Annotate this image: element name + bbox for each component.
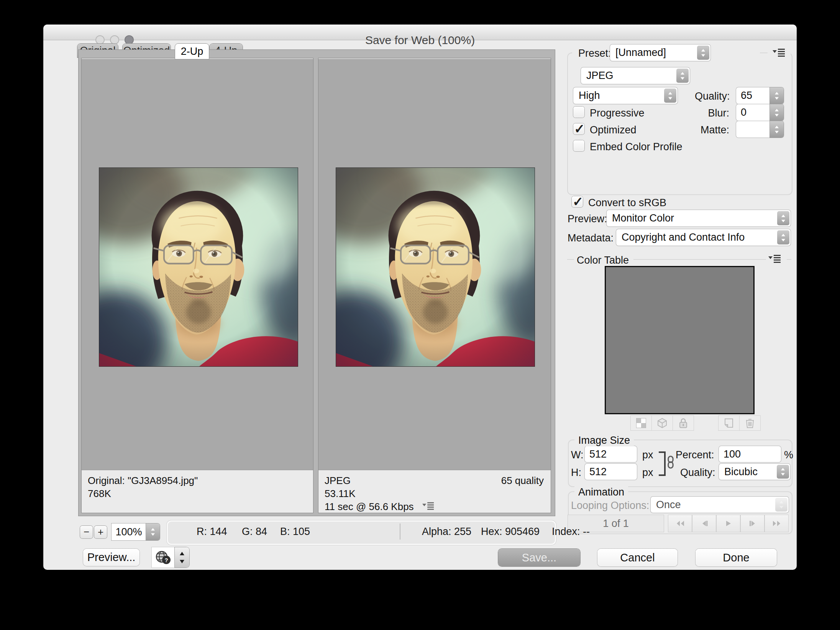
original-canvas[interactable] [82, 58, 313, 470]
convert-srgb-checkbox[interactable] [572, 196, 583, 207]
metadata-menu-popup[interactable]: Copyright and Contact Info [616, 229, 791, 246]
play-button[interactable] [717, 515, 740, 532]
zoom-out-button[interactable]: − [80, 526, 93, 538]
format-value: JPEG [586, 70, 614, 82]
portrait-photo [336, 168, 535, 366]
looping-options-label: Looping Options: [571, 500, 649, 512]
save-button-label: Save... [522, 551, 556, 564]
optimized-download-time: 11 sec @ 56.6 Kbps [325, 500, 551, 514]
transparency-checkerboard-icon [636, 418, 646, 428]
link-chain-icon [666, 455, 675, 469]
down-arrow-icon [179, 559, 185, 563]
play-icon [724, 520, 733, 527]
preview-area: Original: "GJ3A8954.jpg" 768K JPEG 53.11… [79, 50, 555, 516]
optimized-label: Optimized [590, 124, 637, 136]
readout-blue: B: 105 [280, 526, 310, 538]
title-bar[interactable]: Save for Web (100%) [43, 25, 797, 40]
previous-frame-button[interactable] [692, 515, 716, 532]
last-frame-icon [772, 520, 782, 527]
next-frame-icon [748, 520, 757, 527]
color-table-menu-button[interactable] [768, 254, 785, 264]
optimized-image[interactable] [336, 168, 535, 366]
color-table-line [787, 259, 791, 260]
compression-quality-popup[interactable]: High [573, 87, 678, 104]
optimized-canvas[interactable] [318, 58, 551, 470]
embed-color-profile-checkbox[interactable] [573, 140, 584, 151]
readout-divider [400, 523, 400, 540]
metadata-menu-label: Metadata: [568, 232, 614, 244]
link-bracket [659, 451, 666, 476]
preset-popup[interactable]: [Unnamed] [610, 44, 710, 61]
color-table-swatches[interactable] [605, 266, 755, 414]
blur-field[interactable]: 0 [736, 104, 770, 121]
zoom-level-stepper[interactable] [146, 523, 160, 540]
cancel-button-label: Cancel [620, 551, 655, 564]
zoom-level-field[interactable]: 100% [112, 523, 146, 540]
image-height-unit: px [642, 467, 653, 479]
compression-value: High [579, 90, 600, 102]
image-width-field[interactable]: 512 [585, 446, 637, 462]
preview-button-label: Preview... [87, 551, 136, 564]
readout-red: R: 144 [197, 526, 227, 538]
format-popup[interactable]: JPEG [581, 67, 690, 84]
original-image[interactable] [99, 168, 298, 366]
original-info-strip: Original: "GJ3A8954.jpg" 768K [82, 470, 313, 513]
percent-field[interactable]: 100 [719, 446, 781, 462]
optimized-preview-pane[interactable]: JPEG 53.11K 11 sec @ 56.6 Kbps 65 qualit… [318, 58, 551, 513]
quality-value: 65 [741, 90, 752, 102]
progressive-label: Progressive [590, 107, 645, 119]
blur-value: 0 [741, 107, 746, 118]
map-transparency-button[interactable] [631, 416, 651, 430]
progressive-checkbox[interactable] [573, 107, 584, 118]
done-button[interactable]: Done [696, 549, 777, 566]
browser-stepper[interactable] [175, 547, 189, 568]
frame-counter-value: 1 of 1 [603, 518, 629, 530]
looping-options-popup[interactable]: Once [651, 497, 789, 513]
image-width-unit: px [642, 449, 653, 461]
embed-color-profile-label: Embed Color Profile [590, 141, 682, 153]
quality-field[interactable]: 65 [736, 87, 770, 104]
readout-alpha: Alpha: 255 [422, 526, 471, 538]
preview-in-browser-button[interactable]: Preview... [83, 549, 139, 566]
up-arrow-icon [179, 552, 185, 556]
blur-stepper[interactable] [770, 104, 784, 121]
matte-label: Matte: [695, 124, 729, 136]
resample-quality-popup[interactable]: Bicubic [719, 464, 790, 480]
zoom-in-button[interactable]: + [94, 526, 107, 538]
color-table-line [633, 259, 766, 260]
quality-stepper[interactable] [770, 87, 784, 104]
tab-2up[interactable]: 2-Up [175, 44, 209, 59]
done-button-label: Done [723, 551, 749, 564]
original-filesize: 768K [88, 487, 313, 500]
next-frame-button[interactable] [741, 515, 764, 532]
new-color-button[interactable] [719, 416, 739, 430]
original-preview-pane[interactable]: Original: "GJ3A8954.jpg" 768K [82, 58, 313, 513]
matte-stepper[interactable] [770, 121, 784, 138]
last-frame-button[interactable] [765, 515, 788, 532]
percent-unit: % [784, 449, 793, 461]
preview-menu-popup[interactable]: Monitor Color [607, 210, 791, 226]
optimized-checkbox[interactable] [573, 123, 584, 135]
minus-icon: − [84, 526, 89, 538]
save-button[interactable]: Save... [498, 549, 580, 566]
image-size-title: Image Size [574, 435, 634, 446]
image-height-field[interactable]: 512 [585, 464, 637, 480]
download-rate-menu-icon[interactable] [422, 501, 435, 514]
first-frame-button[interactable] [668, 515, 692, 532]
web-shift-button[interactable] [652, 416, 673, 430]
select-browser-button[interactable]: ? [152, 547, 175, 568]
cancel-button[interactable]: Cancel [597, 549, 678, 566]
preset-value: [Unnamed] [615, 47, 666, 59]
delete-color-button[interactable] [740, 416, 760, 430]
cube-icon [657, 418, 668, 428]
lock-color-button[interactable] [673, 416, 694, 430]
popup-chevrons-icon [697, 46, 709, 60]
popup-chevrons-icon [777, 211, 789, 225]
popup-chevrons-icon [777, 230, 789, 244]
matte-field[interactable] [736, 121, 770, 138]
stepper-chevrons-icon [774, 125, 779, 134]
preset-menu-button[interactable] [768, 48, 791, 58]
save-for-web-dialog: Save for Web (100%) Original Optimized 2… [43, 25, 797, 570]
optimized-info-strip: JPEG 53.11K 11 sec @ 56.6 Kbps 65 qualit… [318, 470, 551, 513]
popup-chevrons-icon [664, 89, 676, 103]
